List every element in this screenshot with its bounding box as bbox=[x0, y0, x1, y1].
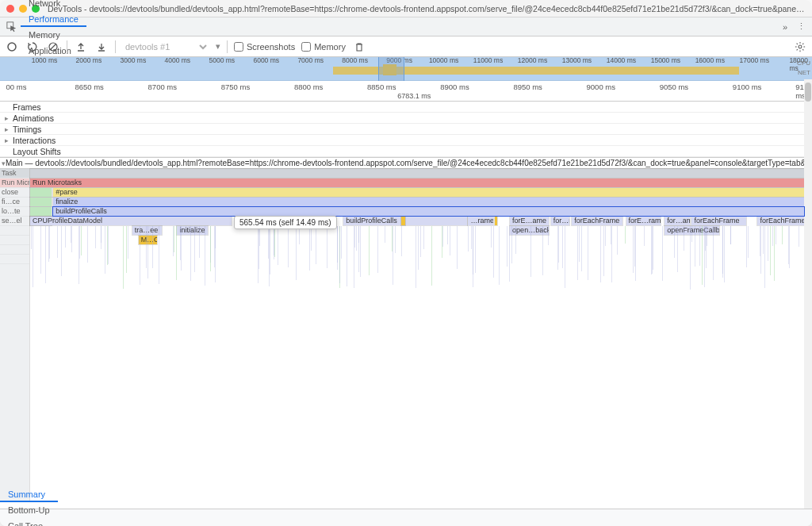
track-animations[interactable]: ▸Animations bbox=[0, 113, 812, 124]
kebab-icon[interactable]: ⋮ bbox=[793, 21, 809, 32]
flame-buildprofilecalls[interactable]: buildProfileCalls bbox=[53, 207, 804, 216]
record-button[interactable] bbox=[5, 40, 19, 54]
scrollbar-thumb[interactable] bbox=[805, 83, 811, 102]
track-timings[interactable]: ▸Timings bbox=[0, 124, 812, 135]
flame-entry[interactable]: forEachFrame bbox=[572, 217, 622, 225]
main-thread-row[interactable]: ▾Main — devtools://devtools/bundled/devt… bbox=[0, 158, 812, 169]
memory-checkbox[interactable]: Memory bbox=[301, 42, 346, 52]
svg-point-1 bbox=[8, 43, 16, 51]
flame-entry[interactable]: forE…ame bbox=[510, 217, 549, 225]
window-title: DevTools - devtools://devtools/bundled/d… bbox=[48, 4, 806, 13]
details-tabs: SummaryBottom-UpCall TreeEvent Log bbox=[0, 509, 812, 526]
svg-line-3 bbox=[51, 44, 56, 49]
flame-entry[interactable]: forE…rame bbox=[626, 217, 661, 225]
flame-parse[interactable]: #parse bbox=[53, 188, 804, 197]
time-ruler[interactable]: 00 ms8650 ms8700 ms8750 ms8800 ms8850 ms… bbox=[0, 81, 812, 102]
flame-entry[interactable]: CPUProfileDataModel bbox=[30, 217, 232, 225]
ruler-cursor-time: 6783.1 ms bbox=[397, 92, 431, 100]
screenshots-checkbox[interactable]: Screenshots bbox=[234, 42, 295, 52]
svg-point-6 bbox=[799, 45, 802, 48]
details-tab-bottom-up[interactable]: Bottom-Up bbox=[0, 502, 58, 518]
flame-entry[interactable]: …rame bbox=[468, 217, 492, 225]
titlebar: DevTools - devtools://devtools/bundled/d… bbox=[0, 0, 812, 17]
tab-performance[interactable]: Performance bbox=[21, 11, 86, 27]
more-tabs-icon[interactable]: » bbox=[777, 22, 793, 32]
tab-network[interactable]: Network bbox=[21, 0, 86, 11]
trash-icon[interactable] bbox=[352, 40, 366, 54]
flame-finalize[interactable]: finalize bbox=[53, 198, 804, 206]
flame-entry[interactable]: forEachFrame bbox=[757, 217, 804, 225]
details-tab-summary[interactable]: Summary bbox=[0, 486, 58, 502]
upload-icon[interactable] bbox=[74, 40, 88, 54]
track-layout-shifts[interactable]: Layout Shifts bbox=[0, 146, 812, 157]
flame-entry[interactable]: for…me bbox=[551, 217, 569, 225]
flame-chart[interactable]: TaskRun Microtasksclosefi…celo…tese…el R… bbox=[0, 169, 812, 501]
close-window-icon[interactable] bbox=[6, 5, 14, 13]
overview-selection[interactable] bbox=[378, 57, 404, 81]
settings-gear-icon[interactable] bbox=[793, 40, 807, 54]
track-frames[interactable]: Frames bbox=[0, 102, 812, 113]
reload-record-button[interactable] bbox=[25, 40, 40, 54]
flame-microtasks[interactable]: Run Microtasks bbox=[30, 179, 804, 187]
track-interactions[interactable]: ▸Interactions bbox=[0, 135, 812, 146]
track-list: Frames ▸Animations ▸Timings ▸Interaction… bbox=[0, 102, 812, 158]
perf-toolbar: devtools #1 ▾ Screenshots Memory bbox=[0, 36, 812, 57]
flame-entry[interactable]: forEachFrame bbox=[691, 217, 745, 225]
flame-entry[interactable]: for…ame bbox=[665, 217, 689, 225]
download-icon[interactable] bbox=[94, 40, 109, 54]
overview-strip[interactable]: 1000 ms2000 ms3000 ms4000 ms5000 ms6000 … bbox=[0, 57, 812, 81]
flame-entry[interactable]: buildProfileCalls bbox=[343, 217, 467, 225]
flame-task[interactable] bbox=[30, 169, 804, 178]
inspect-icon[interactable] bbox=[3, 21, 21, 33]
clear-button[interactable] bbox=[46, 40, 60, 54]
main-tabs: ElementsConsoleSourcesNetworkPerformance… bbox=[0, 17, 812, 36]
overview-right-labels: CPU NET bbox=[797, 59, 810, 78]
flame-tooltip: 565.54 ms (self 14.49 ms) bbox=[234, 216, 337, 229]
details-tab-call-tree[interactable]: Call Tree bbox=[0, 518, 58, 527]
profile-selector[interactable]: devtools #1 bbox=[122, 41, 209, 52]
vertical-scrollbar[interactable] bbox=[804, 79, 812, 509]
